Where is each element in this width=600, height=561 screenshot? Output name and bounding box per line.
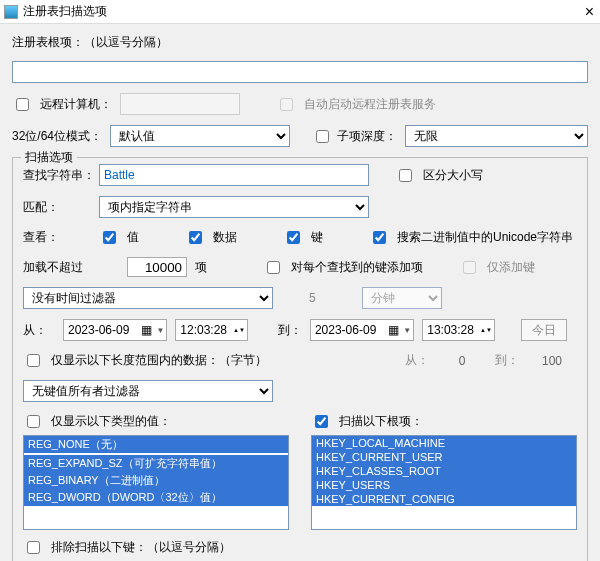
child-depth-label: 子项深度： bbox=[337, 128, 397, 145]
list-item[interactable]: REG_BINARY（二进制值） bbox=[24, 472, 288, 489]
close-icon[interactable]: × bbox=[585, 4, 594, 20]
size-label: 仅显示以下长度范围内的数据：（字节） bbox=[51, 352, 267, 369]
window-title: 注册表扫描选项 bbox=[23, 3, 107, 20]
child-depth-select[interactable]: 无限 bbox=[405, 125, 588, 147]
exclude-label: 排除扫描以下键：（以逗号分隔） bbox=[51, 539, 231, 556]
scan-group-title: 扫描选项 bbox=[21, 149, 77, 166]
load-unit: 项 bbox=[195, 259, 207, 276]
mode-label: 32位/64位模式： bbox=[12, 128, 102, 145]
app-icon bbox=[4, 5, 18, 19]
list-item[interactable]: REG_NONE（无） bbox=[24, 436, 288, 453]
list-item[interactable]: REG_EXPAND_SZ（可扩充字符串值） bbox=[24, 455, 288, 472]
size-to-val: 100 bbox=[527, 354, 577, 368]
list-item[interactable]: HKEY_LOCAL_MACHINE bbox=[312, 436, 576, 450]
match-label: 匹配： bbox=[23, 199, 91, 216]
look-values-checkbox[interactable] bbox=[103, 231, 116, 244]
roots-label: 扫描以下根项： bbox=[339, 413, 423, 430]
types-listbox[interactable]: REG_NONE（无） REG_EXPAND_SZ（可扩充字符串值） REG_B… bbox=[23, 435, 289, 530]
case-label: 区分大小写 bbox=[423, 167, 483, 184]
unicode-label: 搜索二进制值中的Unicode字符串 bbox=[397, 229, 573, 246]
addkey-checkbox[interactable] bbox=[267, 261, 280, 274]
look-keys-checkbox[interactable] bbox=[287, 231, 300, 244]
list-item[interactable]: REG_DWORD（DWORD〈32位〉值） bbox=[24, 489, 288, 506]
types-label: 仅显示以下类型的值： bbox=[51, 413, 171, 430]
from-label: 从： bbox=[23, 322, 55, 339]
time-unit-select: 分钟 bbox=[362, 287, 442, 309]
auto-remote-checkbox bbox=[280, 98, 293, 111]
look-values-label: 值 bbox=[127, 229, 139, 246]
list-item[interactable]: HKEY_CLASSES_ROOT bbox=[312, 464, 576, 478]
root-input[interactable] bbox=[12, 61, 588, 83]
to-time[interactable]: 13:03:28▲▼ bbox=[422, 319, 495, 341]
look-data-checkbox[interactable] bbox=[189, 231, 202, 244]
roots-checkbox[interactable] bbox=[315, 415, 328, 428]
onlyadd-label: 仅添加键 bbox=[487, 259, 535, 276]
to-date[interactable]: 2023-06-09▦▼ bbox=[310, 319, 414, 341]
auto-remote-label: 自动启动远程注册表服务 bbox=[304, 96, 436, 113]
unicode-checkbox[interactable] bbox=[373, 231, 386, 244]
exclude-checkbox[interactable] bbox=[27, 541, 40, 554]
mode-select[interactable]: 默认值 bbox=[110, 125, 290, 147]
match-select[interactable]: 项内指定字符串 bbox=[99, 196, 369, 218]
size-from-label: 从： bbox=[405, 352, 429, 369]
owner-filter-select[interactable]: 无键值所有者过滤器 bbox=[23, 380, 273, 402]
list-item[interactable]: HKEY_CURRENT_CONFIG bbox=[312, 492, 576, 506]
time-num: 5 bbox=[309, 291, 316, 305]
size-from-val: 0 bbox=[437, 354, 487, 368]
case-checkbox[interactable] bbox=[399, 169, 412, 182]
list-item[interactable]: HKEY_USERS bbox=[312, 478, 576, 492]
size-to-label: 到： bbox=[495, 352, 519, 369]
size-checkbox[interactable] bbox=[27, 354, 40, 367]
remote-label: 远程计算机： bbox=[40, 96, 112, 113]
addkey-label: 对每个查找到的键添加项 bbox=[291, 259, 423, 276]
to-label: 到： bbox=[278, 322, 302, 339]
types-checkbox[interactable] bbox=[27, 415, 40, 428]
remote-input bbox=[120, 93, 240, 115]
load-label: 加载不超过 bbox=[23, 259, 91, 276]
load-input[interactable] bbox=[127, 257, 187, 277]
search-label: 查找字符串： bbox=[23, 167, 91, 184]
look-keys-label: 键 bbox=[311, 229, 323, 246]
look-data-label: 数据 bbox=[213, 229, 237, 246]
root-label: 注册表根项：（以逗号分隔） bbox=[12, 34, 168, 51]
look-label: 查看： bbox=[23, 229, 91, 246]
list-item[interactable]: HKEY_CURRENT_USER bbox=[312, 450, 576, 464]
today-button: 今日 bbox=[521, 319, 567, 341]
from-date[interactable]: 2023-06-09▦▼ bbox=[63, 319, 167, 341]
from-time[interactable]: 12:03:28▲▼ bbox=[175, 319, 248, 341]
roots-listbox[interactable]: HKEY_LOCAL_MACHINE HKEY_CURRENT_USER HKE… bbox=[311, 435, 577, 530]
time-filter-select[interactable]: 没有时间过滤器 bbox=[23, 287, 273, 309]
onlyadd-checkbox bbox=[463, 261, 476, 274]
remote-checkbox[interactable] bbox=[16, 98, 29, 111]
search-input[interactable] bbox=[99, 164, 369, 186]
child-depth-checkbox[interactable] bbox=[316, 130, 329, 143]
